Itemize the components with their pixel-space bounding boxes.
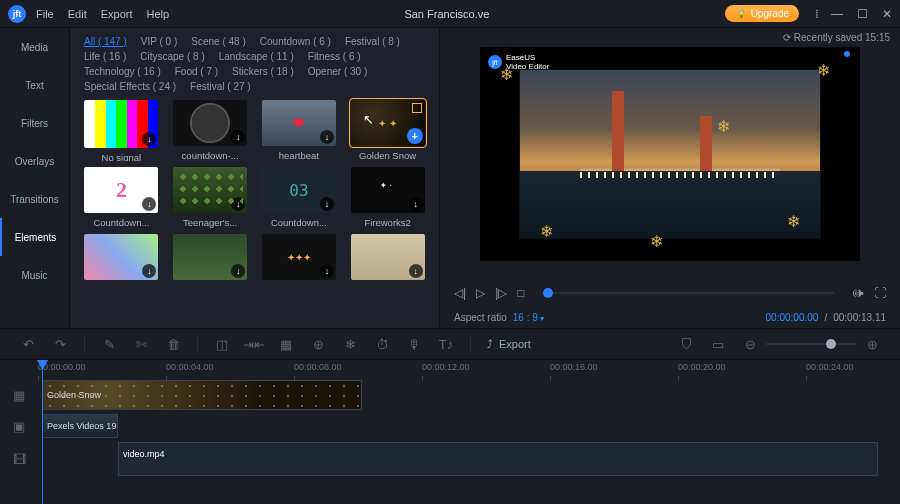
category-stickers[interactable]: Stickers ( 18 ) [232,66,294,77]
download-icon[interactable]: ↓ [409,264,423,278]
sidebar-item-elements[interactable]: Elements [0,218,69,256]
close-icon[interactable]: ✕ [882,7,892,21]
thumb-heartbeat[interactable]: ↓ heartbeat [258,100,341,161]
stop-button[interactable]: □ [517,286,524,300]
zoom-in-icon[interactable]: ⊕ [864,336,880,352]
freeze-icon[interactable]: ❄ [342,336,358,352]
track-lane[interactable]: Pexels Videos 19 [38,414,900,438]
thumb-countdown-3[interactable]: ↓ Countdown... [258,167,341,228]
speed-icon[interactable]: ⏱ [374,336,390,352]
minimize-icon[interactable]: — [831,7,843,21]
fullscreen-icon[interactable]: ⛶ [874,286,886,300]
delete-icon[interactable]: 🗑 [165,336,181,352]
thumb-teenagers[interactable]: ↓ Teenager's... [169,167,252,228]
menu-edit[interactable]: Edit [68,8,87,20]
clip-video[interactable]: video.mp4 [118,442,878,476]
add-to-timeline-button[interactable]: + [407,128,423,144]
download-icon[interactable]: ↓ [142,264,156,278]
track-lane[interactable]: video.mp4 [38,442,900,476]
download-icon[interactable]: ↓ [142,197,156,211]
sidebar-item-media[interactable]: Media [0,28,69,66]
thumb-label: Countdown... [93,217,149,228]
prev-frame-button[interactable]: ◁| [454,286,466,300]
progress-slider[interactable] [543,292,835,294]
download-icon[interactable]: ↓ [231,130,245,144]
category-all[interactable]: All ( 147 ) [84,36,127,47]
category-landscape[interactable]: Landscape ( 11 ) [219,51,294,62]
mosaic-icon[interactable]: ▦ [278,336,294,352]
sidebar-item-music[interactable]: Music [0,256,69,294]
thumb-countdown[interactable]: ↓ countdown-... [169,100,252,161]
download-icon[interactable]: ↓ [409,197,423,211]
fit-icon[interactable]: ▭ [710,336,726,352]
upgrade-button[interactable]: Upgrade [725,5,799,22]
ruler-tick: 00:00:16.00 [550,362,598,372]
track-overlay-icon[interactable]: ▦ [0,388,38,403]
preview-stage[interactable]: jft EaseUSVideo Editor ❄ ❄ ❄ ❄ ❄ ❄ [480,47,860,261]
export-icon: ⤴ [487,338,493,350]
category-festival[interactable]: Festival ( 8 ) [345,36,400,47]
settings-icon[interactable]: ⁞ [815,7,817,21]
cut-icon[interactable]: ✄ [133,336,149,352]
category-life[interactable]: Life ( 16 ) [84,51,126,62]
category-special-effects[interactable]: Special Effects ( 24 ) [84,81,176,92]
thumb-golden-snow[interactable]: ↖ + Golden Snow [346,100,429,161]
edit-icon[interactable]: ✎ [101,336,117,352]
download-icon[interactable]: ↓ [320,197,334,211]
download-icon[interactable]: ↓ [231,197,245,211]
marker-icon[interactable]: ⛉ [678,336,694,352]
menu-export[interactable]: Export [101,8,133,20]
zoom-out-icon[interactable]: ⊖ [742,336,758,352]
redo-icon[interactable]: ↷ [52,336,68,352]
time-ruler[interactable]: 00:00:00.0000:00:04.0000:00:08.0000:00:1… [38,360,900,380]
next-frame-button[interactable]: |▷ [495,286,507,300]
clip-pexels[interactable]: Pexels Videos 19 [42,414,118,438]
progress-knob-icon[interactable] [543,288,553,298]
category-opener[interactable]: Opener ( 30 ) [308,66,367,77]
aspect-ratio-dropdown[interactable]: 16 : 9▾ [513,312,544,323]
zoom-slider[interactable] [766,343,856,345]
text-to-speech-icon[interactable]: T♪ [438,336,454,352]
sidebar-item-overlays[interactable]: Overlays [0,142,69,180]
thumb-fireworks2[interactable]: ↓ Fireworks2 [346,167,429,228]
playhead[interactable] [42,360,43,504]
download-icon[interactable]: ↓ [320,130,334,144]
track-video-icon[interactable]: 🎞 [0,452,38,467]
thumb-no-signal[interactable]: ↓ No signal [80,100,163,161]
category-festival[interactable]: Festival ( 27 ) [190,81,251,92]
category-vip[interactable]: VIP ( 0 ) [141,36,178,47]
thumb-item[interactable]: ↓ [258,234,341,280]
thumb-label: No signal [102,152,142,161]
menu-file[interactable]: File [36,8,54,20]
export-button[interactable]: ⤴Export [487,338,531,350]
thumb-countdown-2[interactable]: 2↓ Countdown... [80,167,163,228]
category-cityscape[interactable]: Cityscape ( 8 ) [140,51,204,62]
maximize-icon[interactable]: ☐ [857,7,868,21]
download-icon[interactable]: ↓ [320,264,334,278]
category-fitness[interactable]: Fitness ( 6 ) [308,51,361,62]
split-icon[interactable]: ⇥⇤ [246,336,262,352]
zoom-tool-icon[interactable]: ⊕ [310,336,326,352]
track-lane[interactable]: Golden Snow [38,380,900,410]
track-pip-icon[interactable]: ▣ [0,419,38,434]
clip-golden-snow[interactable]: Golden Snow [42,380,362,410]
thumb-item[interactable]: ↓ [169,234,252,280]
menu-help[interactable]: Help [147,8,170,20]
category-technology[interactable]: Technology ( 16 ) [84,66,161,77]
thumb-item[interactable]: ↓ [80,234,163,280]
thumb-item[interactable]: ↓ [346,234,429,280]
play-button[interactable]: ▷ [476,286,485,300]
volume-icon[interactable]: 🕪 [852,286,864,300]
sidebar-item-filters[interactable]: Filters [0,104,69,142]
voiceover-icon[interactable]: 🎙 [406,336,422,352]
undo-icon[interactable]: ↶ [20,336,36,352]
sidebar-item-transitions[interactable]: Transitions [0,180,69,218]
download-icon[interactable]: ↓ [231,264,245,278]
category-countdown[interactable]: Countdown ( 6 ) [260,36,331,47]
category-scene[interactable]: Scene ( 48 ) [191,36,245,47]
crop-icon[interactable]: ◫ [214,336,230,352]
zoom-knob-icon[interactable] [826,339,836,349]
category-food[interactable]: Food ( 7 ) [175,66,218,77]
handle-icon[interactable] [844,51,850,57]
sidebar-item-text[interactable]: Text [0,66,69,104]
